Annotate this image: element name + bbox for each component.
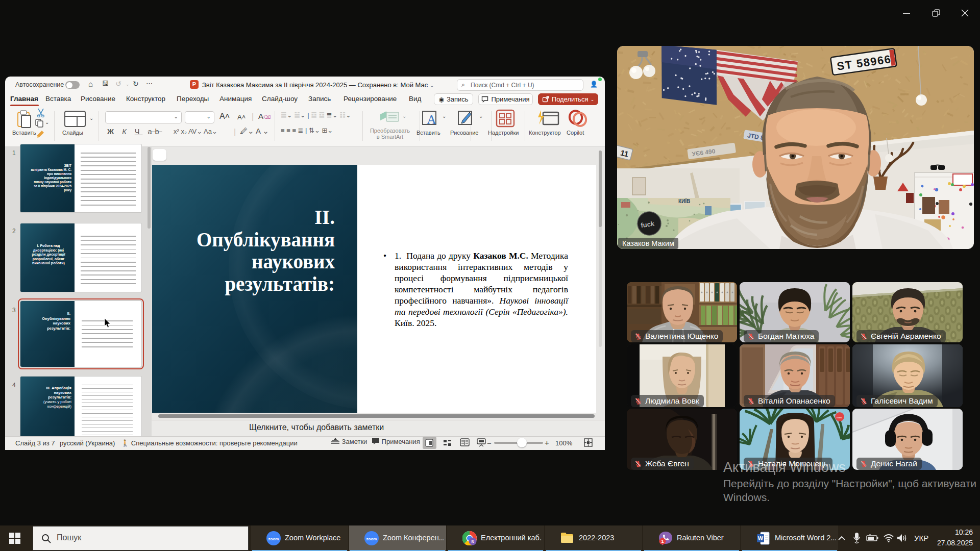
svg-text:1: 1 — [661, 539, 664, 544]
svg-text:A: A — [427, 112, 436, 127]
svg-text:КИЇВ: КИЇВ — [678, 198, 690, 204]
svg-text:К: К — [471, 539, 474, 544]
svg-text:zoom: zoom — [268, 537, 279, 541]
svg-text:zoom: zoom — [366, 537, 377, 541]
svg-text:mws: mws — [837, 416, 842, 419]
svg-text:W: W — [758, 535, 764, 541]
